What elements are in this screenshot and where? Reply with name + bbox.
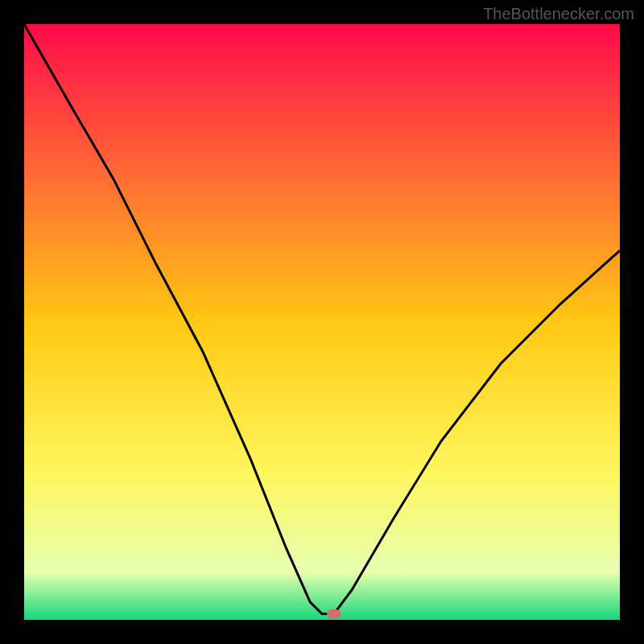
optimal-point-marker xyxy=(327,609,341,619)
chart-svg xyxy=(24,24,620,620)
gradient-background xyxy=(24,24,620,620)
bottleneck-chart xyxy=(24,24,620,620)
site-label: TheBottlenecker.com xyxy=(483,5,634,23)
